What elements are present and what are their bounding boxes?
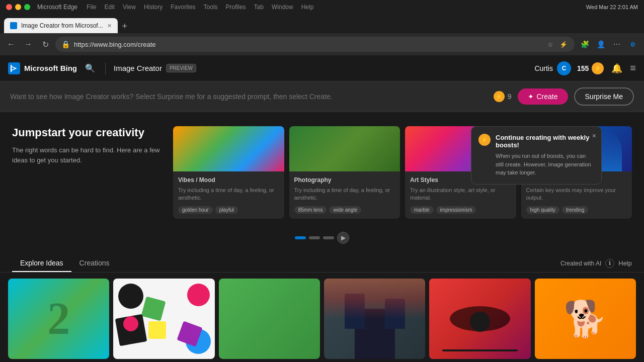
bing-logo-icon — [8, 62, 20, 74]
view-menu[interactable]: View — [123, 4, 136, 11]
help-link[interactable]: Help — [618, 259, 632, 267]
gallery-item-4[interactable] — [324, 279, 425, 359]
minimize-window-button[interactable] — [15, 4, 21, 10]
notification-bell-icon[interactable]: 🔔 — [610, 61, 624, 75]
photography-card-body: Photography Try including a time of day,… — [289, 171, 400, 219]
gallery-item-1[interactable]: 2 — [8, 279, 109, 359]
tab-bar: Image Creator from Microsof... ✕ + — [0, 14, 644, 33]
vibes-pill-2[interactable]: playful — [215, 206, 238, 214]
user-avatar[interactable]: C — [557, 61, 571, 75]
forward-button[interactable]: → — [21, 37, 35, 51]
art-pill-1[interactable]: marble — [410, 206, 434, 214]
search-icon[interactable]: 🔍 — [85, 63, 95, 73]
address-icons: ☆ ⚡ — [545, 39, 569, 49]
address-bar-row: ← → ↻ 🔒 https://www.bing.com/create ☆ ⚡ … — [0, 33, 644, 55]
art-styles-card-pills: marble impressionism — [410, 206, 511, 214]
tab-close-button[interactable]: ✕ — [107, 23, 112, 29]
photography-card-image — [289, 126, 400, 171]
quality-card-desc: Certain key words may improve your outpu… — [526, 187, 627, 202]
back-button[interactable]: ← — [4, 37, 18, 51]
gallery-item-3[interactable] — [219, 279, 320, 359]
quality-pill-2[interactable]: trending — [562, 206, 588, 214]
boost-icon[interactable]: ⚡ — [592, 62, 604, 74]
art-pill-2[interactable]: impressionism — [436, 206, 476, 214]
boost-count: 155 ⚡ — [577, 62, 604, 74]
photography-card-pills: 85mm lens wide angle — [294, 206, 395, 214]
boost-number: 155 — [577, 64, 589, 72]
prompt-counter-value: 9 — [508, 93, 512, 101]
gallery-image-5 — [429, 279, 530, 359]
gallery-image-1: 2 — [8, 279, 109, 359]
edit-menu[interactable]: Edit — [104, 4, 115, 11]
profiles-menu[interactable]: Profiles — [226, 4, 246, 11]
vibes-card[interactable]: Vibes / Mood Try including a time of day… — [173, 126, 284, 219]
explore-section: Explore Ideas Creations Created with AI … — [0, 249, 644, 362]
vibes-pill-1[interactable]: golden hour — [178, 206, 213, 214]
close-window-button[interactable] — [6, 4, 12, 10]
tab-creations[interactable]: Creations — [71, 255, 118, 272]
nav-divider — [105, 62, 106, 74]
dot-3[interactable] — [323, 236, 334, 239]
dot-1[interactable] — [295, 236, 306, 239]
file-menu[interactable]: File — [87, 4, 96, 11]
prompt-input[interactable] — [10, 93, 488, 101]
maximize-window-button[interactable] — [24, 4, 30, 10]
bing-logo[interactable]: Microsoft Bing — [8, 62, 77, 74]
window-controls[interactable] — [6, 4, 30, 10]
photo-pill-1[interactable]: 85mm lens — [294, 206, 327, 214]
tab-favicon — [10, 22, 17, 29]
favorites-icon[interactable]: ☆ — [545, 39, 555, 49]
active-tab[interactable]: Image Creator from Microsof... ✕ — [4, 18, 118, 33]
profile-icon[interactable]: 👤 — [594, 37, 608, 51]
new-tab-button[interactable]: + — [118, 19, 132, 33]
art-styles-card-desc: Try an illustration style, art style, or… — [410, 187, 511, 202]
window-menu[interactable]: Window — [272, 4, 293, 11]
more-tools-icon[interactable]: ⋯ — [610, 37, 624, 51]
next-slide-button[interactable]: ▶ — [337, 232, 349, 244]
created-with-ai-label: Created with AI — [560, 260, 601, 267]
create-button[interactable]: ✦ Create — [518, 88, 568, 105]
tools-menu[interactable]: Tools — [204, 4, 218, 11]
jumpstart-title: Jumpstart your creativity — [12, 126, 163, 139]
notification-boost-icon: ⚡ — [478, 134, 491, 146]
gallery-item-5[interactable] — [429, 279, 530, 359]
address-bar[interactable]: 🔒 https://www.bing.com/create ☆ ⚡ — [55, 37, 575, 52]
dot-2[interactable] — [309, 236, 320, 239]
gallery-image-3 — [219, 279, 320, 359]
vibes-card-image — [173, 126, 284, 171]
photography-card[interactable]: Photography Try including a time of day,… — [289, 126, 400, 219]
help-menu[interactable]: Help — [301, 4, 314, 11]
image-creator-text: Image Creator — [114, 64, 162, 72]
gallery-image-2 — [113, 279, 214, 359]
tab-explore-ideas[interactable]: Explore Ideas — [12, 255, 71, 272]
history-menu[interactable]: History — [144, 4, 163, 11]
notification-title: Continue creating with weekly boosts! — [496, 134, 594, 149]
main-content: Jumpstart your creativity The right word… — [0, 112, 644, 362]
explore-tabs: Explore Ideas Creations Created with AI … — [0, 249, 644, 273]
gallery-item-6[interactable]: 🐕 — [535, 279, 636, 359]
user-info: Curtis C — [534, 61, 571, 75]
jumpstart-description: The right words can be hard to find. Her… — [12, 145, 163, 165]
vibes-card-body: Vibes / Mood Try including a time of day… — [173, 171, 284, 219]
photography-card-desc: Try including a time of day, a feeling, … — [294, 187, 395, 202]
edge-icon[interactable]: e — [626, 37, 640, 51]
extensions-icon[interactable]: 🧩 — [578, 37, 592, 51]
cards-area: Vibes / Mood Try including a time of day… — [173, 126, 632, 219]
favorites-menu[interactable]: Favorites — [171, 4, 195, 11]
quality-card-pills: high quality trending — [526, 206, 627, 214]
ai-info-icon[interactable]: ℹ — [605, 259, 614, 268]
browser-toolbar: 🧩 👤 ⋯ e — [578, 37, 640, 51]
hamburger-menu-icon[interactable]: ≡ — [630, 62, 636, 74]
quality-pill-1[interactable]: high quality — [526, 206, 560, 214]
photo-pill-2[interactable]: wide angle — [329, 206, 361, 214]
boost-counter-icon: ⚡ — [494, 91, 505, 102]
user-name-label: Curtis — [534, 64, 553, 72]
copilot-icon[interactable]: ⚡ — [558, 39, 569, 49]
refresh-button[interactable]: ↻ — [38, 37, 52, 51]
app-name-label: Microsoft Edge — [37, 4, 77, 11]
gallery-item-2[interactable] — [113, 279, 214, 359]
surprise-me-button[interactable]: Surprise Me — [574, 87, 634, 106]
clock: Wed Mar 22 2:01 AM — [586, 4, 638, 10]
tab-menu[interactable]: Tab — [254, 4, 264, 11]
notification-close-button[interactable]: × — [592, 132, 596, 140]
